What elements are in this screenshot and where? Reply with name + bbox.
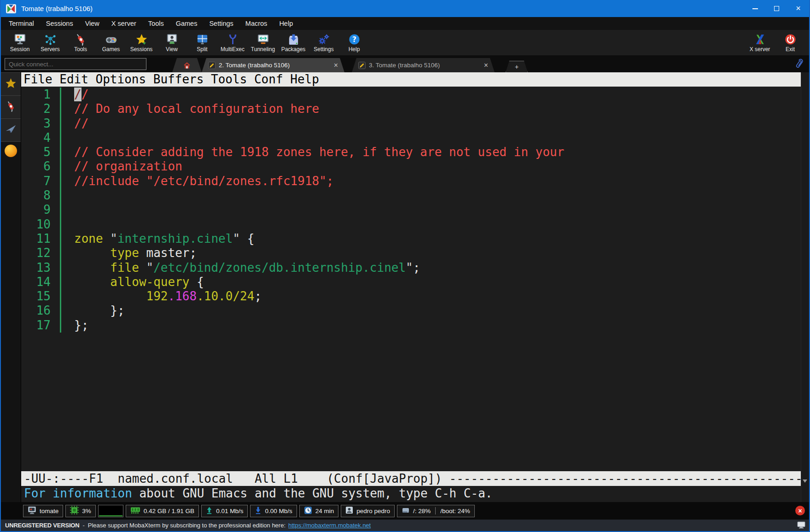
mobatek-link[interactable]: https://mobaxterm.mobatek.net [288,522,371,529]
code-text: }; [61,318,88,333]
home-tab[interactable] [172,58,202,72]
code-line-3: 3// [21,117,801,131]
settings-icon [318,33,330,46]
status-segment-upload-arrow: 0.01 Mb/s [201,505,248,517]
code-line-15: 15 192.168.10.0/24; [21,289,801,304]
quick-connect-input[interactable] [5,58,146,70]
menu-macros[interactable]: Macros [239,17,274,30]
toolbar-button-view[interactable]: View [157,33,187,53]
menu-settings[interactable]: Settings [203,17,239,30]
toolbar-button-exit[interactable]: Exit [775,33,805,53]
tab-bar: 2. Tomate (trabalho 5106)×3. Tomate (tra… [1,55,809,72]
status-close-button[interactable]: × [795,506,805,515]
status-value: 0.42 GB / 1.91 GB [144,508,194,514]
emacs-menu-conf[interactable]: Conf [247,72,283,86]
emacs-menu-buffers[interactable]: Buffers [146,72,204,86]
toolbar-button-tunneling[interactable]: Tunneling [248,33,278,53]
code-line-11: 11zone "internship.cinel" { [21,232,801,246]
status-value: /: 28% [413,508,431,514]
code-text: zone "internship.cinel" { [61,232,254,246]
toolbar-button-help[interactable]: ?Help [339,33,369,53]
code-text: // [61,117,88,131]
toolbar-button-packages[interactable]: Packages [278,33,309,53]
line-number: 12 [21,246,51,260]
line-number: 10 [21,217,51,232]
menu-terminal[interactable]: Terminal [3,17,40,30]
code-line-2: 2// Do any local configuration here [21,102,801,116]
maximize-button[interactable] [766,0,787,17]
emacs-menu-file[interactable]: File [23,72,52,86]
text-cursor: / [74,88,82,101]
code-line-8: 8 [21,188,801,203]
toolbar-label: Split [197,46,207,53]
sidebar-button-paper-plane[interactable] [1,119,21,142]
session-tab-3[interactable]: 3. Tomate (trabalho 5106)× [352,58,495,72]
emacs-modeline: -UU-:----F1 named.conf.local All L1 (Con… [21,471,801,486]
status-value: 3% [82,508,91,514]
code-line-7: 7//include "/etc/bind/zones.rfc1918"; [21,174,801,188]
line-number: 5 [21,145,51,159]
emacs-buffer[interactable]: 1//2// Do any local configuration here3/… [21,87,801,471]
scroll-down-icon[interactable] [803,479,807,483]
line-number: 17 [21,318,51,333]
paperclip-icon[interactable] [794,58,804,70]
tab-close-icon[interactable]: × [330,61,338,70]
toolbar-button-games[interactable]: Games [96,33,126,53]
line-number: 13 [21,261,51,275]
help-icon: ? [348,33,361,46]
toolbar-button-servers[interactable]: Servers [35,33,65,53]
exit-icon [784,33,797,46]
mobaxterm-window: Tomate (trabalho 5106) × TerminalSession… [0,0,810,532]
toolbar-button-tools[interactable]: Tools [65,33,96,53]
code-line-1: 1// [21,88,801,102]
emacs-menu-options[interactable]: Options [88,72,146,86]
new-tab-button[interactable]: + [506,61,528,72]
status-segment-clock: 24 min [299,505,339,517]
menu-tools[interactable]: Tools [142,17,170,30]
toolbar-label: Help [349,46,360,53]
menu-games[interactable]: Games [170,17,204,30]
terminal[interactable]: File Edit Options Buffers Tools Conf Hel… [21,72,801,502]
toolbar-label: Tools [74,46,87,53]
code-text: }; [61,304,125,318]
session-icon [14,33,26,46]
unregistered-label: UNREGISTERED VERSION [5,522,79,529]
status-segment-user: pedro pedro [341,505,395,517]
code-line-10: 10 [21,217,801,232]
packages-icon [287,33,300,46]
menu-sessions[interactable]: Sessions [40,17,79,30]
clock-icon [304,506,312,516]
menu-x-server[interactable]: X server [105,17,142,30]
tab-close-icon[interactable]: × [480,61,488,70]
toolbar-button-settings[interactable]: Settings [309,33,339,53]
emacs-menu-help[interactable]: Help [283,72,319,86]
toolbar-button-sessions[interactable]: Sessions [126,33,157,53]
toolbar-button-split[interactable]: Split [187,33,217,53]
line-number: 11 [21,232,51,246]
menu-view[interactable]: View [79,17,105,30]
close-button[interactable]: × [787,0,809,17]
status-value: 24 min [315,508,334,514]
emacs-menu-tools[interactable]: Tools [204,72,247,86]
orange-ball-icon[interactable] [5,145,17,157]
session-tab-2[interactable]: 2. Tomate (trabalho 5106)× [202,58,344,72]
code-text: file "/etc/bind/zones/db.internship.cine… [61,261,420,275]
terminal-scrollbar[interactable] [801,72,809,502]
line-number: 16 [21,304,51,318]
disk-icon [402,506,410,516]
minimize-button[interactable] [744,0,766,17]
menu-help[interactable]: Help [273,17,299,30]
toolbar-button-multiexec[interactable]: MultiExec [217,33,248,53]
toolbar-button-session[interactable]: Session [5,33,35,53]
app-menubar: TerminalSessionsViewX serverToolsGamesSe… [1,17,809,30]
sidebar-button-star[interactable] [1,72,21,96]
title-bar: Tomate (trabalho 5106) × [1,0,809,17]
toolbar-label: Settings [314,46,333,53]
toolbar-label: Tunneling [251,46,275,53]
emacs-menu-edit[interactable]: Edit [52,72,88,86]
line-number: 8 [21,188,51,203]
code-text: // Do any local configuration here [61,102,319,116]
toolbar-button-x-server[interactable]: X server [745,33,775,53]
sidebar-button-swiss-knife[interactable] [1,96,21,119]
swiss-knife-icon [5,100,17,114]
